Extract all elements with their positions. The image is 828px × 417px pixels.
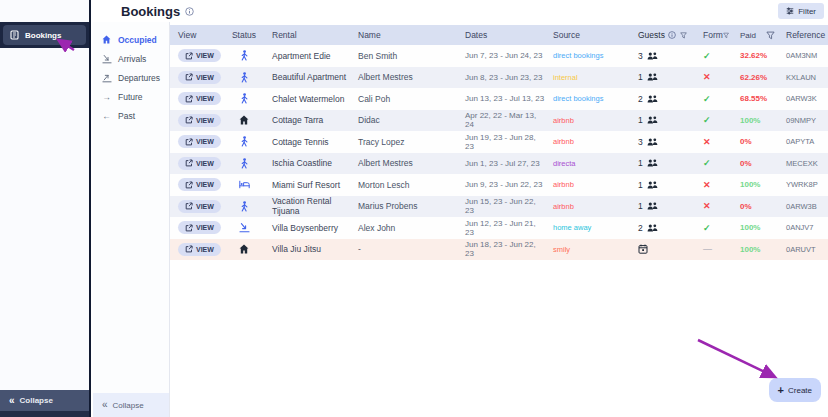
filter-funnel-icon[interactable] xyxy=(766,31,775,40)
sidebar-item-label: Future xyxy=(118,92,143,102)
cell-dates: Jun 1, 23 - Jul 27, 23 xyxy=(460,159,545,168)
cell-name: Albert Mestres xyxy=(352,158,460,168)
external-link-icon xyxy=(185,116,193,124)
cell-guests: 1 xyxy=(632,201,694,211)
cell-dates: Jun 19, 23 - Jun 28, 23 xyxy=(460,133,545,151)
people-icon xyxy=(647,116,658,124)
sidebar-item-past[interactable]: ← Past xyxy=(93,106,169,125)
cell-status xyxy=(226,201,262,212)
cell-paid: 32.62% xyxy=(736,51,782,60)
view-button[interactable]: VIEW xyxy=(178,157,221,170)
filter-funnel-icon[interactable] xyxy=(680,31,687,40)
view-button[interactable]: VIEW xyxy=(178,178,221,191)
cell-rental: Beautiful Apartment xyxy=(262,72,352,82)
sidebar-item-label: Past xyxy=(118,111,135,121)
cell-reference: 09NMPY xyxy=(782,116,828,125)
sidebar-item-future[interactable]: → Future xyxy=(93,87,169,106)
filter-funnel-icon[interactable] xyxy=(723,31,729,40)
cell-status xyxy=(226,158,262,169)
header-form: Form xyxy=(694,30,736,40)
cell-paid: 62.26% xyxy=(736,73,782,82)
cell-rental: Vacation Rental Tijuana xyxy=(262,196,352,216)
sidebar-item-occupied[interactable]: Occupied xyxy=(93,30,169,49)
create-button[interactable]: + Create xyxy=(769,378,821,402)
cell-form: ✓ xyxy=(694,94,736,104)
cell-status xyxy=(226,115,262,125)
guest-count: 3 xyxy=(638,137,643,147)
cell-status xyxy=(226,222,262,233)
cell-status xyxy=(226,72,262,83)
cell-source: airbnb xyxy=(545,202,632,211)
view-button[interactable]: VIEW xyxy=(178,71,221,84)
cell-guests: 1 xyxy=(632,158,694,168)
guest-count: 1 xyxy=(638,158,643,168)
external-link-icon xyxy=(185,181,193,189)
table-row: VIEWMiami Surf ResortMorton LeschJun 9, … xyxy=(170,174,828,196)
sidebar-item-bookings-label: Bookings xyxy=(25,31,61,40)
filter-sliders-icon xyxy=(786,7,794,15)
bookings-filter-sidebar: Occupied Arrivals Departures → Future ← … xyxy=(93,22,170,417)
cell-source: airbnb xyxy=(545,137,632,146)
view-button-label: VIEW xyxy=(196,95,214,102)
cell-guests: 1 xyxy=(632,115,694,125)
cell-guests: 2 xyxy=(632,223,694,233)
view-button-label: VIEW xyxy=(196,160,214,167)
cell-rental: Chalet Watermelon xyxy=(262,94,352,104)
cell-rental: Ischia Coastline xyxy=(262,158,352,168)
info-icon[interactable] xyxy=(185,7,194,16)
cell-form: ✓ xyxy=(694,223,736,233)
view-button-label: VIEW xyxy=(196,138,214,145)
main-sidebar-collapse-button[interactable]: « Collapse xyxy=(0,390,89,417)
cell-guests: 3 xyxy=(632,51,694,61)
cell-source: direct bookings xyxy=(545,94,632,103)
table-row: VIEWVacation Rental TijuanaMarius Proben… xyxy=(170,196,828,218)
view-button[interactable]: VIEW xyxy=(178,135,221,148)
view-button[interactable]: VIEW xyxy=(178,114,221,127)
guest-count: 1 xyxy=(638,201,643,211)
cell-rental: Miami Surf Resort xyxy=(262,180,352,190)
person-walking-icon xyxy=(240,136,249,147)
view-button[interactable]: VIEW xyxy=(178,200,221,213)
cell-view: VIEW xyxy=(170,92,226,105)
check-icon: ✓ xyxy=(703,115,711,125)
external-link-icon xyxy=(185,224,193,232)
cell-rental: Villa Boysenberry xyxy=(262,223,352,233)
cell-status xyxy=(226,180,262,189)
info-icon[interactable] xyxy=(668,31,676,39)
people-icon xyxy=(647,95,658,103)
plane-takeoff-icon xyxy=(101,73,112,83)
view-button[interactable]: VIEW xyxy=(178,221,221,234)
view-button-label: VIEW xyxy=(196,224,214,231)
header-paid: Paid xyxy=(736,31,782,40)
cell-dates: Jun 15, 23 - Jun 22, 23 xyxy=(460,197,545,215)
cell-status xyxy=(226,136,262,147)
cell-name: Marius Probens xyxy=(352,201,460,211)
bookings-table: View Status Rental Name Dates Source Gue… xyxy=(170,25,828,260)
header-reference: Reference xyxy=(782,30,828,40)
sidebar-item-departures[interactable]: Departures xyxy=(93,68,169,87)
sidebar-item-bookings[interactable]: Bookings xyxy=(3,25,86,45)
table-body: VIEWApartment EdieBen SmithJun 7, 23 - J… xyxy=(170,45,828,260)
cell-reference: 0ANJV7 xyxy=(782,223,828,232)
table-row: VIEWVilla Jiu Jitsu-Jun 18, 23 - Jun 22,… xyxy=(170,239,828,261)
cell-guests: 1 xyxy=(632,72,694,82)
view-button-label: VIEW xyxy=(196,181,214,188)
cell-dates: Apr 22, 22 - Mar 13, 24 xyxy=(460,111,545,129)
page-title: Bookings xyxy=(121,4,194,19)
view-button[interactable]: VIEW xyxy=(178,49,221,62)
guest-count: 2 xyxy=(638,223,643,233)
sidebar-item-arrivals[interactable]: Arrivals xyxy=(93,49,169,68)
cell-status xyxy=(226,244,262,254)
cell-view: VIEW xyxy=(170,157,226,170)
cell-reference: 0ARW3B xyxy=(782,202,828,211)
people-icon xyxy=(647,138,658,146)
cell-name: Albert Mestres xyxy=(352,72,460,82)
cell-source: directa xyxy=(545,159,632,168)
view-button[interactable]: VIEW xyxy=(178,92,221,105)
view-button-label: VIEW xyxy=(196,203,214,210)
filter-sidebar-collapse-button[interactable]: « Collapse xyxy=(93,393,169,417)
table-row: VIEWBeautiful ApartmentAlbert MestresJun… xyxy=(170,67,828,89)
cross-icon: ✕ xyxy=(703,72,711,82)
filter-button[interactable]: Filter xyxy=(778,3,824,19)
view-button[interactable]: VIEW xyxy=(178,243,221,256)
